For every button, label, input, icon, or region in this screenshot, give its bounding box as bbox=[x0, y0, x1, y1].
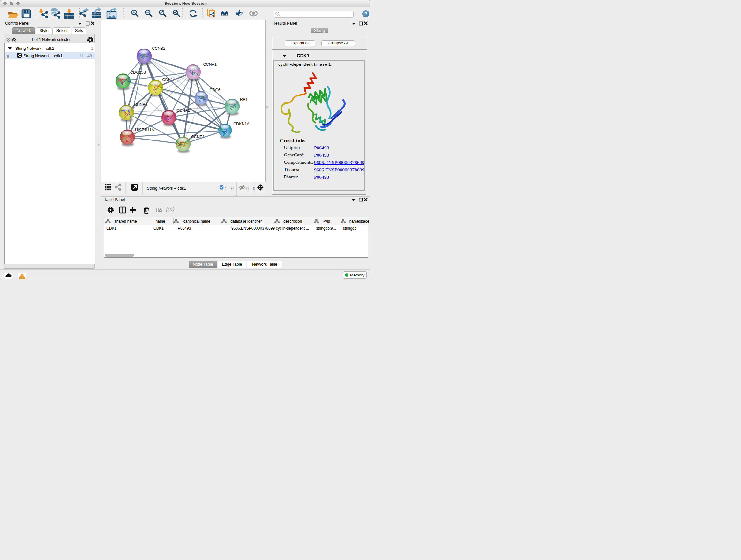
svg-text:CCNA1: CCNA1 bbox=[203, 62, 217, 67]
svg-text:CDKN1A: CDKN1A bbox=[233, 122, 250, 126]
svg-text:CDK1: CDK1 bbox=[162, 78, 173, 82]
svg-text:RB1: RB1 bbox=[240, 98, 248, 102]
svg-text:CCNB2: CCNB2 bbox=[152, 46, 165, 51]
svg-text:CCNE1: CCNE1 bbox=[191, 135, 205, 139]
svg-text:CDC6: CDC6 bbox=[210, 88, 220, 92]
svg-text:CDC25B: CDC25B bbox=[130, 70, 146, 75]
svg-text:CCNB1: CCNB1 bbox=[134, 103, 147, 107]
svg-text:HIST1H1A: HIST1H1A bbox=[135, 128, 154, 132]
svg-text:CCNA2: CCNA2 bbox=[177, 108, 190, 113]
